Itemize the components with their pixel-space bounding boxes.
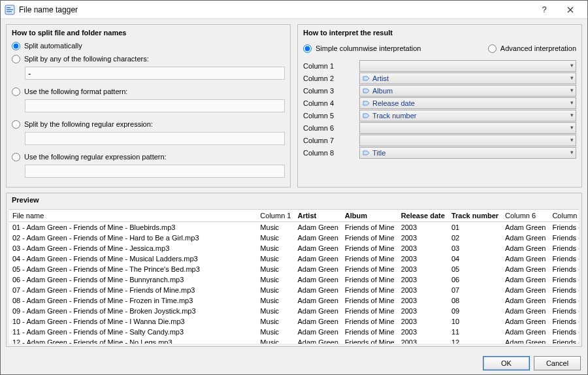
table-row[interactable]: 11 - Adam Green - Friends of Mine - Salt… [9,327,579,337]
pattern-input[interactable] [25,99,285,112]
table-header[interactable]: Album [342,210,398,222]
mode-simple-radio[interactable] [303,44,312,53]
tag-icon: Release date [363,99,415,107]
column-combo[interactable]: Artist▾ [359,73,576,84]
table-cell: 01 - Adam Green - Friends of Mine - Blue… [9,222,257,233]
table-cell: Friends of Mine [549,274,579,285]
column-map-row: Column 4Release date▾ [303,97,576,109]
table-cell: 2003 [398,295,448,306]
table-header-row: File nameColumn 1ArtistAlbumRelease date… [9,210,579,222]
column-label: Column 2 [303,74,355,82]
mode-advanced[interactable]: Advanced interpretation [488,43,576,54]
column-label: Column 5 [303,112,355,120]
svg-rect-1 [7,7,10,8]
table-cell: Adam Green [502,264,549,274]
close-button[interactable] [557,1,583,19]
column-map-row: Column 1▾ [303,60,576,72]
opt-auto[interactable]: Split automatically [12,41,285,51]
opt-any-chars-radio[interactable] [12,55,20,63]
table-row[interactable]: 08 - Adam Green - Friends of Mine - Froz… [9,295,579,306]
opt-pattern[interactable]: Use the following format pattern: [12,86,285,97]
table-header[interactable]: Column 6 [502,210,549,222]
help-button[interactable]: ? [531,1,557,19]
opt-regex-pattern[interactable]: Use the following regular expression pat… [12,152,285,162]
table-row[interactable]: 04 - Adam Green - Friends of Mine - Musi… [9,253,579,264]
table-row[interactable]: 12 - Adam Green - Friends of Mine - No L… [9,337,579,344]
regex-input[interactable] [25,132,285,145]
opt-any-chars[interactable]: Split by any of the following characters… [12,54,285,64]
column-combo[interactable]: ▾ [359,135,576,146]
table-header[interactable]: Track number [448,210,502,222]
chevron-down-icon: ▾ [570,62,574,69]
table-cell: 07 - Adam Green - Friends of Mine - Frie… [9,285,257,295]
table-row[interactable]: 09 - Adam Green - Friends of Mine - Brok… [9,306,579,316]
column-combo[interactable]: Release date▾ [359,97,576,109]
opt-auto-radio[interactable] [12,42,20,50]
opt-pattern-radio[interactable] [12,88,20,96]
table-row[interactable]: 05 - Adam Green - Friends of Mine - The … [9,264,579,274]
column-combo[interactable]: Album▾ [359,85,576,97]
table-cell: Adam Green [502,316,549,327]
tag-icon: Album [363,87,393,95]
ok-button[interactable]: OK [483,356,530,370]
table-cell: 2003 [398,327,448,337]
table-header[interactable]: Release date [398,210,448,222]
chevron-down-icon: ▾ [570,99,574,106]
table-cell: Adam Green [294,264,341,274]
table-cell: Adam Green [294,316,341,327]
table-cell: 2003 [398,253,448,264]
table-header[interactable]: Column 7 [549,210,579,222]
table-cell: Music [257,233,294,243]
column-combo[interactable]: Title▾ [359,147,576,159]
column-combo[interactable]: Track number▾ [359,110,576,122]
table-cell: 2003 [398,316,448,327]
table-header[interactable]: Column 1 [257,210,294,222]
opt-auto-label: Split automatically [24,42,82,50]
table-cell: Adam Green [294,285,341,295]
svg-rect-3 [7,11,12,12]
table-cell: 02 - Adam Green - Friends of Mine - Hard… [9,233,257,243]
table-row[interactable]: 01 - Adam Green - Friends of Mine - Blue… [9,222,579,233]
mode-advanced-radio[interactable] [488,44,497,53]
table-cell: Friends of Mine [549,316,579,327]
column-map-row: Column 8Title▾ [303,147,576,159]
any-chars-input[interactable] [25,67,285,80]
dialog-footer: OK Cancel [1,352,587,374]
table-cell: 05 [448,264,502,274]
table-row[interactable]: 06 - Adam Green - Friends of Mine - Bunn… [9,274,579,285]
preview-group: Preview File nameColumn 1ArtistAlbumRele… [6,193,582,347]
opt-regex-radio[interactable] [12,120,20,129]
table-row[interactable]: 10 - Adam Green - Friends of Mine - I Wa… [9,316,579,327]
table-cell: Friends of Mine [549,243,579,253]
title-bar: File name tagger ? [1,1,587,19]
table-header[interactable]: Artist [294,210,341,222]
column-combo[interactable]: ▾ [359,122,576,134]
table-cell: Adam Green [502,274,549,285]
table-cell: 2003 [398,222,448,233]
table-cell: 02 [448,233,502,243]
table-cell: Adam Green [502,253,549,264]
split-group: How to split file and folder names Split… [6,24,291,188]
table-row[interactable]: 07 - Adam Green - Friends of Mine - Frie… [9,285,579,295]
chevron-down-icon: ▾ [570,137,574,143]
table-cell: Music [257,316,294,327]
regex-pattern-input[interactable] [25,165,285,178]
mode-simple[interactable]: Simple columnwise interpretation [303,43,421,54]
table-cell: Music [257,295,294,306]
opt-regex-pattern-radio[interactable] [12,153,20,161]
table-cell: Adam Green [502,243,549,253]
cancel-button[interactable]: Cancel [534,356,581,370]
table-cell: 12 [448,337,502,344]
table-header[interactable]: File name [9,210,257,222]
table-row[interactable]: 03 - Adam Green - Friends of Mine - Jess… [9,243,579,253]
table-cell: 08 [448,295,502,306]
table-cell: 2003 [398,285,448,295]
table-row[interactable]: 02 - Adam Green - Friends of Mine - Hard… [9,233,579,243]
opt-regex[interactable]: Split by the following regular expressio… [12,119,285,129]
table-cell: 03 - Adam Green - Friends of Mine - Jess… [9,243,257,253]
column-map-list: Column 1▾Column 2Artist▾Column 3Album▾Co… [303,60,576,159]
preview-table-wrap[interactable]: File nameColumn 1ArtistAlbumRelease date… [9,209,579,344]
table-cell: 04 - Adam Green - Friends of Mine - Musi… [9,253,257,264]
table-cell: Friends of Mine [549,285,579,295]
column-combo[interactable]: ▾ [359,60,576,72]
